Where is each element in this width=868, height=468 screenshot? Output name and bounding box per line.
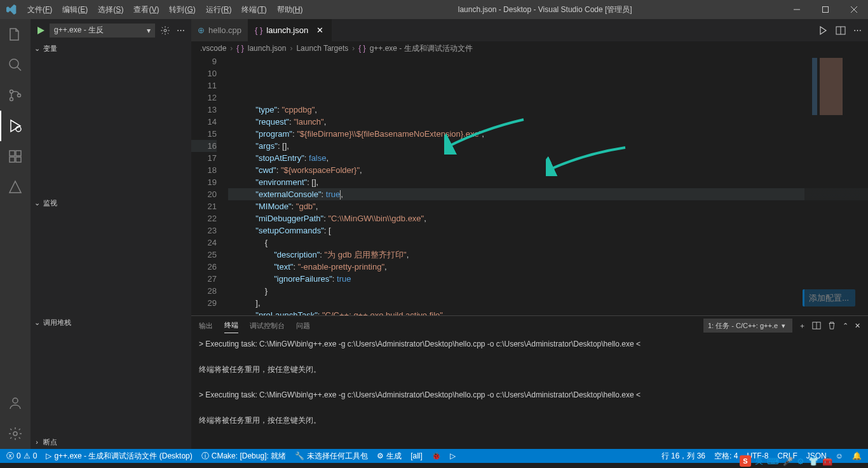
tab-hello-cpp[interactable]: ⊕hello.cpp	[191, 19, 248, 41]
menu-bar: 文件(F)编辑(E)选择(S)查看(V)转到(G)运行(R)终端(T)帮助(H)	[22, 0, 308, 19]
breadcrumb-item[interactable]: Launch Targets	[296, 44, 348, 53]
svg-point-1	[10, 59, 18, 68]
cmake-icon[interactable]	[0, 172, 31, 202]
maximize-button[interactable]	[811, 0, 839, 19]
ime-badge[interactable]: S	[740, 455, 751, 467]
kit-item[interactable]: 🔧 未选择任何工具包	[294, 449, 369, 463]
system-tray: S 英 ⌨ 🎤 ⚙ 👕 🧰	[740, 455, 832, 467]
chevron-right-icon: ›	[33, 438, 41, 446]
close-panel-icon[interactable]: ✕	[855, 322, 860, 330]
debug-sidebar: g++.exe - 生反 ▾ ⋯ ⌄变量 ⌄监视 ⌄调用堆栈 ›断点	[31, 19, 191, 449]
svg-point-2	[10, 90, 13, 93]
run-play-icon[interactable]: ▷	[449, 449, 457, 463]
menu-t[interactable]: 终端(T)	[236, 0, 271, 19]
tray-shirt-icon[interactable]: 👕	[808, 457, 818, 466]
breadcrumb-item[interactable]: .vscode	[200, 44, 226, 53]
json-icon: { }	[236, 44, 243, 53]
launch-target-item[interactable]: ▷ g++.exe - 生成和调试活动文件 (Desktop)	[44, 449, 193, 463]
svg-rect-0	[822, 7, 828, 13]
debug-console-tab[interactable]: 调试控制台	[250, 319, 285, 333]
explorer-icon[interactable]	[0, 19, 31, 50]
watch-section-header[interactable]: ⌄监视	[31, 196, 191, 210]
tray-mic-icon[interactable]: 🎤	[783, 457, 793, 466]
activity-bar	[0, 19, 31, 449]
build-item[interactable]: ⚙ 生成	[376, 449, 403, 463]
menu-r[interactable]: 运行(R)	[201, 0, 237, 19]
run-debug-icon[interactable]	[0, 111, 31, 141]
menu-v[interactable]: 查看(V)	[128, 0, 164, 19]
accounts-icon[interactable]	[0, 388, 31, 418]
terminal-tab[interactable]: 终端	[224, 318, 238, 333]
panel: 输出 终端 调试控制台 问题 1: 任务 - C/C++: g++.e▾ ＋ ⌃…	[191, 315, 868, 449]
editor-tabs: ⊕hello.cpp{ }launch.json✕ ⋯	[191, 19, 868, 41]
breakpoints-section-header[interactable]: ›断点	[31, 435, 191, 449]
breadcrumb-item[interactable]: g++.exe - 生成和调试活动文件	[370, 43, 473, 54]
tab-launch-json[interactable]: { }launch.json✕	[248, 19, 332, 41]
close-icon[interactable]: ✕	[315, 25, 325, 35]
callstack-section-header[interactable]: ⌄调用堆栈	[31, 315, 191, 329]
chevron-down-icon: ⌄	[33, 319, 41, 327]
minimize-button[interactable]	[782, 0, 811, 19]
tray-gear-icon[interactable]: ⚙	[797, 457, 804, 466]
chevron-down-icon: ▾	[147, 26, 151, 35]
feedback-icon[interactable]: ☺	[834, 449, 844, 463]
search-icon[interactable]	[0, 50, 31, 80]
minimap[interactable]	[804, 55, 868, 315]
tray-tool-icon[interactable]: 🧰	[822, 457, 832, 466]
debug-config-label: g++.exe - 生反	[54, 25, 104, 36]
svg-point-3	[10, 98, 13, 101]
extensions-icon[interactable]	[0, 141, 31, 172]
notifications-icon[interactable]: 🔔	[851, 449, 863, 463]
maximize-panel-icon[interactable]: ⌃	[843, 322, 848, 330]
new-terminal-icon[interactable]: ＋	[799, 321, 806, 331]
run-icon[interactable]	[818, 25, 828, 36]
more-icon[interactable]: ⋯	[175, 24, 186, 36]
menu-f[interactable]: 文件(F)	[22, 0, 57, 19]
cursor-pos-item[interactable]: 行 16，列 36	[660, 449, 707, 463]
problems-tab[interactable]: 问题	[296, 319, 310, 333]
window-title: launch.json - Desktop - Visual Studio Co…	[308, 4, 782, 15]
vscode-icon	[0, 4, 22, 15]
svg-point-12	[164, 29, 166, 32]
debug-toolbar: g++.exe - 生反 ▾ ⋯	[31, 19, 191, 41]
split-editor-icon[interactable]	[836, 25, 846, 36]
split-terminal-icon[interactable]	[812, 321, 821, 330]
svg-rect-7	[10, 157, 15, 162]
chevron-down-icon: ⌄	[33, 45, 41, 53]
tray-keyboard-icon[interactable]: ⌨	[767, 457, 779, 466]
json-icon: { }	[358, 44, 365, 53]
svg-rect-8	[16, 157, 21, 162]
kill-terminal-icon[interactable]	[827, 321, 836, 330]
start-debug-button[interactable]	[36, 25, 46, 36]
breadcrumb-item[interactable]: launch.json	[248, 44, 287, 53]
more-actions-icon[interactable]: ⋯	[853, 25, 862, 35]
debug-settings-icon[interactable]	[159, 24, 172, 37]
breadcrumbs[interactable]: .vscode›{ } launch.json› Launch Targets›…	[191, 41, 868, 55]
svg-point-10	[13, 398, 18, 403]
menu-e[interactable]: 编辑(E)	[57, 0, 93, 19]
target-item[interactable]: [all]	[409, 449, 424, 463]
terminal-body[interactable]: > Executing task: C:\MinGW\bin\g++.exe -…	[191, 335, 868, 449]
code-editor[interactable]: 9101112131415161718192021222324252627282…	[191, 55, 868, 315]
terminal-select[interactable]: 1: 任务 - C/C++: g++.e▾	[703, 319, 792, 333]
menu-h[interactable]: 帮助(H)	[272, 0, 308, 19]
errors-item[interactable]: ⓧ 0 ⚠ 0	[5, 449, 38, 463]
svg-rect-9	[16, 151, 21, 156]
titlebar: 文件(F)编辑(E)选择(S)查看(V)转到(G)运行(R)终端(T)帮助(H)…	[0, 0, 868, 19]
window-controls	[782, 0, 868, 19]
menu-g[interactable]: 转到(G)	[164, 0, 200, 19]
debug-play-icon[interactable]: 🐞	[430, 449, 442, 463]
variables-section-header[interactable]: ⌄变量	[31, 41, 191, 55]
ime-lang[interactable]: 英	[755, 455, 763, 467]
spaces-item[interactable]: 空格: 4	[713, 449, 739, 463]
source-control-icon[interactable]	[0, 80, 31, 111]
chevron-down-icon: ⌄	[33, 199, 41, 207]
cmake-status-item[interactable]: ⓘ CMake: [Debug]: 就绪	[200, 449, 287, 463]
editor-area: ⊕hello.cpp{ }launch.json✕ ⋯ .vscode›{ } …	[191, 19, 868, 449]
status-bar: ⓧ 0 ⚠ 0 ▷ g++.exe - 生成和调试活动文件 (Desktop) …	[0, 449, 868, 463]
menu-s[interactable]: 选择(S)	[93, 0, 128, 19]
output-tab[interactable]: 输出	[199, 319, 213, 333]
debug-config-select[interactable]: g++.exe - 生反 ▾	[50, 24, 155, 38]
close-button[interactable]	[839, 0, 868, 19]
settings-gear-icon[interactable]	[0, 418, 31, 449]
